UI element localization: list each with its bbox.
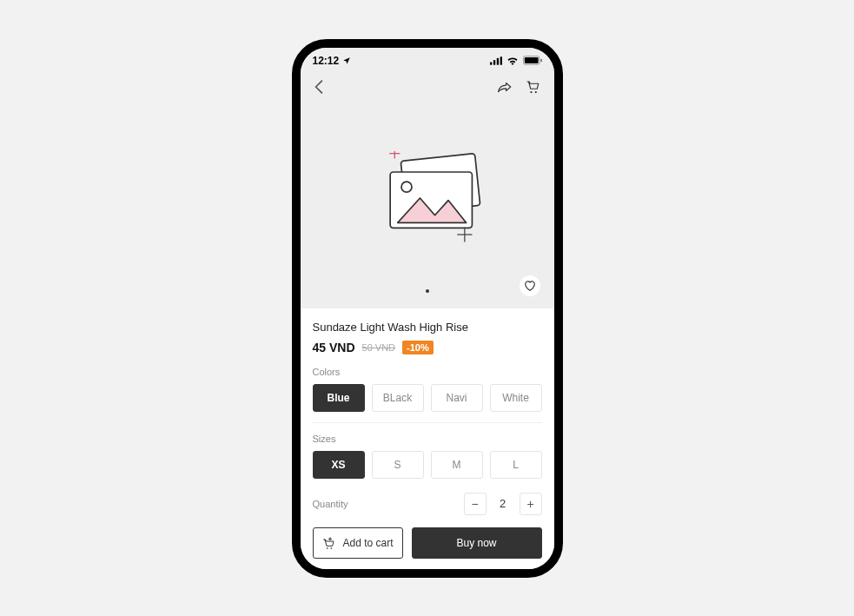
quantity-label: Quantity (313, 499, 348, 509)
color-options: Blue BLack Navi White (313, 384, 542, 423)
add-to-cart-button[interactable]: Add to cart (313, 527, 403, 559)
quantity-row: Quantity − 2 + (313, 493, 542, 515)
color-option-black[interactable]: BLack (372, 384, 424, 412)
share-icon (497, 80, 513, 94)
svg-point-16 (327, 547, 328, 549)
buy-now-label: Buy now (456, 537, 496, 549)
cart-button[interactable] (525, 79, 540, 98)
size-option-s[interactable]: S (372, 451, 424, 479)
status-bar: 12:12 (301, 48, 554, 67)
cart-icon (525, 79, 540, 95)
bottom-action-bar: Add to cart Buy now (301, 519, 554, 569)
product-hero: 12:12 (301, 48, 554, 308)
size-option-l[interactable]: L (490, 451, 542, 479)
chevron-left-icon (314, 80, 323, 94)
sizes-label: Sizes (313, 434, 542, 444)
quantity-value: 2 (492, 497, 514, 510)
location-icon (342, 56, 351, 65)
favorite-button[interactable] (520, 275, 540, 296)
add-to-cart-label: Add to cart (342, 537, 393, 549)
wifi-icon (506, 56, 519, 65)
battery-icon (523, 56, 542, 65)
buy-now-button[interactable]: Buy now (412, 527, 542, 559)
product-details: Sundaze Light Wash High Rise 45 VND 50 V… (301, 308, 554, 519)
svg-point-7 (530, 90, 532, 92)
size-option-m[interactable]: M (431, 451, 483, 479)
product-title: Sundaze Light Wash High Rise (313, 321, 542, 334)
pager-dot (426, 289, 429, 293)
svg-point-8 (534, 90, 536, 92)
colors-label: Colors (313, 367, 542, 377)
discount-badge: -10% (402, 341, 434, 354)
back-button[interactable] (314, 80, 323, 97)
share-button[interactable] (497, 80, 513, 97)
product-price: 45 VND (313, 341, 355, 354)
svg-rect-6 (540, 59, 542, 63)
svg-rect-1 (493, 60, 494, 64)
signal-icon (490, 56, 502, 65)
svg-rect-3 (500, 56, 501, 64)
status-time: 12:12 (313, 55, 340, 67)
svg-rect-0 (490, 62, 492, 64)
quantity-plus-button[interactable]: + (520, 493, 542, 515)
product-image[interactable] (301, 98, 554, 308)
size-options: XS S M L (313, 451, 542, 482)
add-cart-icon (321, 536, 335, 550)
nav-bar (301, 67, 554, 98)
phone-frame: 12:12 (292, 39, 563, 578)
image-placeholder-icon (367, 151, 488, 255)
color-option-blue[interactable]: Blue (313, 384, 365, 412)
product-old-price: 50 VND (362, 342, 396, 353)
svg-rect-2 (496, 57, 498, 64)
svg-point-17 (331, 547, 333, 549)
svg-rect-5 (524, 57, 538, 63)
quantity-minus-button[interactable]: − (464, 493, 487, 515)
heart-icon (524, 280, 536, 291)
size-option-xs[interactable]: XS (313, 451, 365, 479)
color-option-white[interactable]: White (490, 384, 542, 412)
color-option-navi[interactable]: Navi (431, 384, 483, 412)
